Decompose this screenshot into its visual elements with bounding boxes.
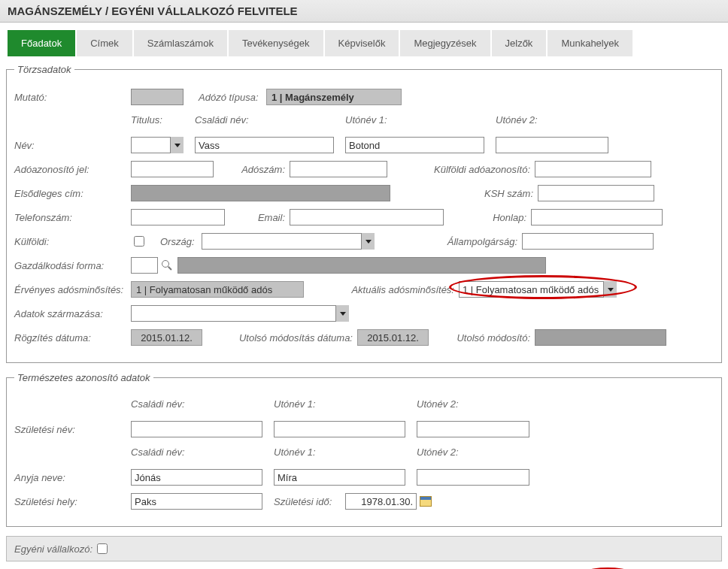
adoazonosito-input[interactable] — [131, 161, 214, 177]
gazd-desc-input — [177, 257, 546, 274]
szul-ido-label: Születési idő: — [274, 496, 345, 507]
utolso-mod-label: Utolsó módosító: — [440, 332, 530, 344]
akt-adosmin-label: Aktuális adósminősítés: — [326, 284, 454, 295]
szul-csaladi-header: Családi név: — [131, 398, 274, 410]
utolso-mod-datum-value: 2015.01.12. — [357, 329, 429, 346]
ksh-input[interactable] — [538, 185, 654, 201]
egyeni-vallalkozo-label: Egyéni vállalkozó: — [14, 543, 93, 555]
email-input[interactable] — [290, 209, 444, 225]
tabs: Főadatok Címek Számlaszámok Tevékenysége… — [8, 30, 728, 56]
adoazonosito-label: Adóazonosító jel: — [14, 164, 131, 175]
anyja-utonev2-input[interactable] — [417, 469, 529, 486]
telefon-input[interactable] — [131, 209, 225, 225]
egyeni-vallalkozo-checkbox[interactable] — [97, 543, 108, 554]
tab-munkahelyek[interactable]: Munkahelyek — [548, 30, 632, 56]
tab-jelzok[interactable]: Jelzők — [492, 30, 547, 56]
adozo-tipusa-label: Adózó típusa: — [199, 92, 266, 103]
rogzites-value: 2015.01.12. — [131, 329, 202, 346]
szul-utonev2-input[interactable] — [417, 421, 529, 437]
rogzites-label: Rögzítés dátuma: — [14, 332, 131, 344]
utonev1-input[interactable] — [345, 137, 484, 153]
orszag-select[interactable] — [202, 233, 375, 250]
orszag-label: Ország: — [160, 236, 202, 247]
csaladi-header: Családi név: — [195, 114, 345, 126]
titulus-select[interactable] — [131, 137, 184, 153]
telefon-label: Telefonszám: — [14, 212, 131, 223]
search-icon[interactable] — [161, 259, 173, 271]
gazd-code-input[interactable] — [131, 257, 158, 274]
tab-cimek[interactable]: Címek — [77, 30, 132, 56]
email-label: Email: — [247, 212, 285, 223]
nev-label: Név: — [14, 140, 131, 151]
erv-adosmin-value: 1 | Folyamatosan működő adós — [131, 281, 304, 298]
elsodleges-cim-input — [131, 185, 390, 201]
torzsadatok-fieldset: Törzsadatok Mutató: Adózó típusa: 1 | Ma… — [6, 64, 722, 363]
anyja-csaladi-header: Családi név: — [131, 446, 274, 458]
szul-utonev2-header: Utónév 2: — [417, 398, 537, 410]
csaladi-nev-input[interactable] — [195, 137, 334, 153]
kulfoldi-ado-input[interactable] — [535, 161, 651, 177]
titulus-header: Titulus: — [131, 114, 195, 126]
tab-tevekenysegek[interactable]: Tevékenységek — [229, 30, 323, 56]
kulfoldi-ado-label: Külföldi adóazonosító: — [402, 164, 530, 175]
utonev2-input[interactable] — [496, 137, 608, 153]
elsodleges-cim-label: Elsődleges cím: — [14, 188, 131, 199]
szul-hely-label: Születési hely: — [14, 496, 131, 507]
mutato-input — [131, 89, 184, 105]
ksh-label: KSH szám: — [435, 188, 533, 199]
szul-utonev1-input[interactable] — [274, 421, 405, 437]
kulfoldi-checkbox[interactable] — [134, 236, 144, 247]
allampolg-input[interactable] — [522, 233, 654, 250]
calendar-icon[interactable] — [420, 496, 432, 507]
utonev1-header: Utónév 1: — [345, 114, 496, 126]
page-title: MAGÁNSZEMÉLY / EGYÉNI VÁLLALKOZÓ FELVITE… — [0, 0, 728, 23]
szul-csaladi-input[interactable] — [131, 421, 262, 437]
utolso-mod-input — [535, 329, 666, 346]
adatok-szarm-label: Adatok származása: — [14, 308, 131, 319]
adoszam-label: Adószám: — [232, 164, 285, 175]
anyja-utonev1-header: Utónév 1: — [274, 446, 417, 458]
tab-szamlaszamok[interactable]: Számlaszámok — [134, 30, 227, 56]
adoszam-input[interactable] — [290, 161, 387, 177]
adatok-szarm-select[interactable] — [131, 305, 349, 322]
tab-kepviselok[interactable]: Képviselők — [325, 30, 399, 56]
honlap-label: Honlap: — [459, 212, 526, 223]
gazd-label: Gazdálkodási forma: — [14, 260, 131, 271]
kulfoldi-label: Külföldi: — [14, 236, 131, 247]
allampolg-label: Állampolgárság: — [431, 236, 517, 247]
szul-hely-input[interactable] — [131, 493, 262, 510]
tab-megjegyzesek[interactable]: Megjegyzések — [400, 30, 490, 56]
egyeni-vallalkozo-bar: Egyéni vállalkozó: — [6, 536, 722, 561]
szul-nev-label: Születési név: — [14, 424, 131, 435]
erv-adosmin-label: Érvényes adósminősítés: — [14, 284, 131, 295]
szul-utonev1-header: Utónév 1: — [274, 398, 417, 410]
anyja-label: Anyja neve: — [14, 472, 131, 483]
honlap-input[interactable] — [531, 209, 663, 225]
akt-adosmin-select[interactable] — [459, 281, 617, 298]
szul-ido-input[interactable] — [345, 493, 417, 510]
anyja-utonev2-header: Utónév 2: — [417, 446, 537, 458]
anyja-utonev1-input[interactable] — [274, 469, 405, 486]
mutato-label: Mutató: — [14, 92, 131, 103]
utolso-mod-datum-label: Utolsó módosítás dátuma: — [217, 332, 353, 344]
torzsadatok-legend: Törzsadatok — [14, 64, 74, 75]
anyja-csaladi-input[interactable] — [131, 469, 262, 486]
adozo-tipusa-value: 1 | Magánszemély — [266, 89, 402, 105]
tab-foadatok[interactable]: Főadatok — [8, 30, 75, 56]
utonev2-header: Utónév 2: — [496, 114, 616, 126]
termeszetes-legend: Természetes azonosító adatok — [14, 372, 153, 383]
termeszetes-fieldset: Természetes azonosító adatok Családi név… — [6, 372, 722, 527]
